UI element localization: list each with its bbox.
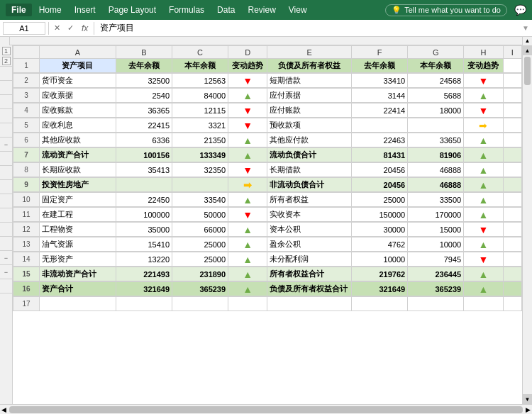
cell-d6[interactable]: ▲ bbox=[228, 133, 267, 147]
cell-a3[interactable]: 应收票据 bbox=[39, 89, 116, 103]
cell-f10[interactable]: 25000 bbox=[352, 193, 408, 207]
cell-e16[interactable]: 负债及所有者权益合计 bbox=[267, 282, 352, 296]
cell-h8[interactable]: ▲ bbox=[464, 163, 503, 177]
cell-e17[interactable] bbox=[267, 297, 352, 311]
cell-b15[interactable]: 221493 bbox=[116, 267, 172, 281]
cancel-icon[interactable]: ✕ bbox=[52, 23, 62, 33]
cell-g14[interactable]: 7945 bbox=[408, 252, 464, 267]
cell-a17[interactable] bbox=[39, 297, 116, 311]
cell-e9[interactable]: 非流动负债合计 bbox=[267, 178, 352, 192]
cell-d3[interactable]: ▲ bbox=[228, 89, 267, 103]
cell-b11[interactable]: 100000 bbox=[116, 208, 172, 222]
cell-a13[interactable]: 油气资源 bbox=[39, 237, 116, 252]
scroll-right-btn[interactable]: ▲ bbox=[522, 37, 532, 45]
cell-c15[interactable]: 231890 bbox=[172, 267, 228, 281]
cell-f14[interactable]: 10000 bbox=[352, 252, 408, 267]
cell-b4[interactable]: 36365 bbox=[116, 103, 172, 118]
cell-reference-box[interactable] bbox=[3, 22, 45, 35]
cell-g9[interactable]: 46888 bbox=[408, 178, 464, 192]
cell-d2[interactable]: ▼ bbox=[228, 74, 267, 88]
menu-home[interactable]: Home bbox=[33, 4, 67, 16]
cell-c3[interactable]: 84000 bbox=[172, 89, 228, 103]
cell-f1[interactable]: 去年余额 bbox=[352, 59, 408, 73]
cell-h6[interactable]: ▲ bbox=[464, 133, 503, 147]
col-header-f[interactable]: F bbox=[352, 46, 408, 59]
cell-g11[interactable]: 170000 bbox=[408, 208, 464, 222]
top-scroll-area[interactable]: ▲ bbox=[0, 37, 532, 45]
cell-h1[interactable]: 变动趋势 bbox=[464, 59, 503, 73]
cell-a16[interactable]: 资产合计 bbox=[39, 282, 116, 296]
cell-b6[interactable]: 6336 bbox=[116, 133, 172, 147]
h-scroll-right-btn[interactable]: ▶ bbox=[524, 406, 532, 413]
cell-c16[interactable]: 365239 bbox=[172, 282, 228, 296]
cell-b2[interactable]: 32500 bbox=[116, 74, 172, 88]
cell-c2[interactable]: 12563 bbox=[172, 74, 228, 88]
menu-data[interactable]: Data bbox=[211, 4, 240, 16]
cell-d12[interactable]: ▲ bbox=[228, 223, 267, 237]
cell-b16[interactable]: 321649 bbox=[116, 282, 172, 296]
scroll-left-btn[interactable] bbox=[0, 37, 10, 45]
chat-icon[interactable]: 💬 bbox=[514, 4, 526, 16]
menu-insert[interactable]: Insert bbox=[69, 4, 101, 16]
cell-b8[interactable]: 35413 bbox=[116, 163, 172, 177]
cell-b17[interactable] bbox=[116, 297, 172, 311]
cell-g7[interactable]: 81906 bbox=[408, 148, 464, 162]
col-header-a[interactable]: A bbox=[39, 46, 116, 59]
cell-f11[interactable]: 150000 bbox=[352, 208, 408, 222]
cell-h4[interactable]: ▼ bbox=[464, 103, 503, 118]
cell-c17[interactable] bbox=[172, 297, 228, 311]
col-header-b[interactable]: B bbox=[116, 46, 172, 59]
col-header-i[interactable]: I bbox=[503, 46, 521, 59]
col-header-d[interactable]: D bbox=[228, 46, 267, 59]
cell-e3[interactable]: 应付票据 bbox=[267, 89, 352, 103]
col-header-g[interactable]: G bbox=[408, 46, 464, 59]
cell-g4[interactable]: 18000 bbox=[408, 103, 464, 118]
cell-e4[interactable]: 应付账款 bbox=[267, 103, 352, 118]
menu-formulas[interactable]: Formulas bbox=[163, 4, 210, 16]
cell-h15[interactable]: ▲ bbox=[464, 267, 503, 281]
cell-c11[interactable]: 50000 bbox=[172, 208, 228, 222]
cell-c12[interactable]: 66000 bbox=[172, 223, 228, 237]
cell-f4[interactable]: 22414 bbox=[352, 103, 408, 118]
cell-g6[interactable]: 33650 bbox=[408, 133, 464, 147]
cell-e13[interactable]: 盈余公积 bbox=[267, 237, 352, 252]
cell-c4[interactable]: 12115 bbox=[172, 103, 228, 118]
cell-f13[interactable]: 4762 bbox=[352, 237, 408, 252]
cell-h14[interactable]: ▼ bbox=[464, 252, 503, 267]
cell-f8[interactable]: 20456 bbox=[352, 163, 408, 177]
cell-g15[interactable]: 236445 bbox=[408, 267, 464, 281]
cell-e2[interactable]: 短期借款 bbox=[267, 74, 352, 88]
col-header-c[interactable]: C bbox=[172, 46, 228, 59]
cell-b14[interactable]: 13220 bbox=[116, 252, 172, 267]
expand-formula-icon[interactable]: ▼ bbox=[522, 24, 529, 32]
cell-h13[interactable]: ▲ bbox=[464, 237, 503, 252]
cell-b12[interactable]: 35000 bbox=[116, 223, 172, 237]
vertical-scrollbar[interactable]: ▲ ▼ bbox=[522, 45, 532, 404]
cell-e6[interactable]: 其他应付款 bbox=[267, 133, 352, 147]
cell-h10[interactable]: ▲ bbox=[464, 193, 503, 207]
cell-c14[interactable]: 25000 bbox=[172, 252, 228, 267]
menu-review[interactable]: Review bbox=[242, 4, 281, 16]
cell-c1[interactable]: 本年余额 bbox=[172, 59, 228, 73]
cell-a4[interactable]: 应收账款 bbox=[39, 103, 116, 118]
cell-e7[interactable]: 流动负债合计 bbox=[267, 148, 352, 162]
cell-a9[interactable]: 投资性房地产 bbox=[39, 178, 116, 192]
cell-f12[interactable]: 30000 bbox=[352, 223, 408, 237]
h-scroll-thumb[interactable] bbox=[9, 406, 523, 413]
cell-e8[interactable]: 长期借款 bbox=[267, 163, 352, 177]
cell-d11[interactable]: ▼ bbox=[228, 208, 267, 222]
cell-h3[interactable]: ▲ bbox=[464, 89, 503, 103]
cell-g16[interactable]: 365239 bbox=[408, 282, 464, 296]
menu-view[interactable]: View bbox=[283, 4, 313, 16]
cell-d8[interactable]: ▼ bbox=[228, 163, 267, 177]
cell-d17[interactable] bbox=[228, 297, 267, 311]
cell-h11[interactable]: ▲ bbox=[464, 208, 503, 222]
cell-c9[interactable] bbox=[172, 178, 228, 192]
cell-e5[interactable]: 预收款项 bbox=[267, 118, 352, 133]
cell-a1[interactable]: 资产项目 bbox=[39, 59, 116, 73]
cell-c13[interactable]: 25000 bbox=[172, 237, 228, 252]
horizontal-scrollbar[interactable]: ◀ ▶ bbox=[0, 404, 532, 414]
cell-d1[interactable]: 变动趋势 bbox=[228, 59, 267, 73]
cell-g17[interactable] bbox=[408, 297, 464, 311]
group-level-2[interactable]: 2 bbox=[2, 57, 11, 65]
